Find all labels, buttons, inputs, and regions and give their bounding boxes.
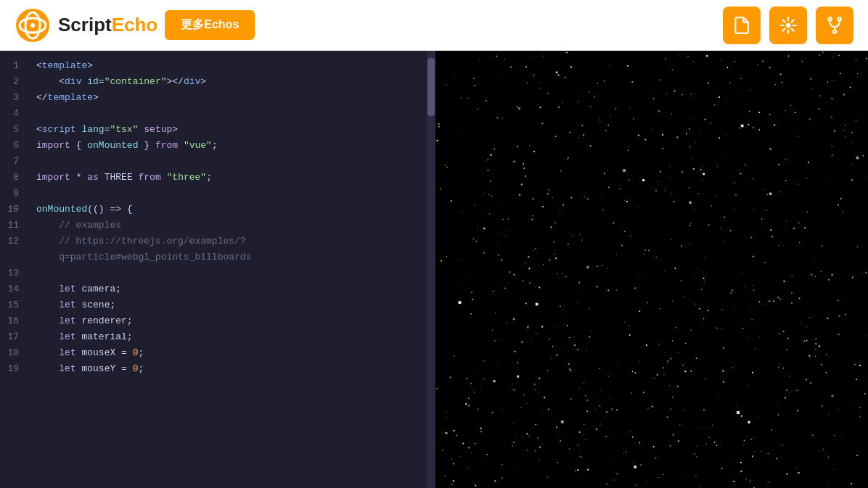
code-line-18: let mouseX = 0; (36, 345, 427, 361)
code-line-12b: q=particle#webgl_points_billboards (36, 249, 427, 265)
line-numbers: 1 2 3 4 5 6 7 8 9 10 11 12 13 13 14 15 1… (0, 51, 29, 488)
line-num-8: 8 (0, 170, 23, 186)
code-line-19: let mouseY = 0; (36, 361, 427, 377)
code-line-14: let camera; (36, 281, 427, 297)
line-num-14: 13 (0, 265, 23, 281)
line-num-1: 1 (0, 58, 23, 74)
code-line-12: // https://threejs.org/examples/? (36, 233, 427, 249)
logo-echo: Echo (112, 14, 158, 36)
line-num-9: 9 (0, 186, 23, 202)
line-num-2: 2 (0, 74, 23, 90)
line-num-16: 15 (0, 297, 23, 313)
svg-point-3 (30, 23, 35, 28)
code-line-11: // examples (36, 218, 427, 233)
svg-line-10 (792, 20, 794, 22)
code-line-5: <script lang="tsx" setup> (36, 122, 427, 138)
logo-icon (15, 7, 51, 44)
line-num-10: 10 (0, 202, 23, 218)
line-num-15: 14 (0, 281, 23, 297)
svg-line-8 (782, 20, 785, 22)
code-editor: 1 2 3 4 5 6 7 8 9 10 11 12 13 13 14 15 1… (0, 51, 435, 488)
code-line-16: let renderer; (36, 313, 427, 329)
line-num-12: 12 (0, 233, 23, 249)
code-line-7 (36, 154, 427, 170)
scrollbar-track[interactable] (427, 51, 435, 488)
line-num-7: 7 (0, 154, 23, 170)
line-num-6: 6 (0, 138, 23, 154)
line-num-3: 3 (0, 90, 23, 106)
fork-button[interactable] (816, 7, 853, 44)
stars-canvas (435, 51, 868, 488)
svg-line-11 (782, 28, 785, 30)
scrollbar-thumb[interactable] (427, 58, 435, 116)
code-line-17: let material; (36, 329, 427, 345)
main-content: 1 2 3 4 5 6 7 8 9 10 11 12 13 13 14 15 1… (0, 51, 868, 488)
code-line-6: import { onMounted } from "vue"; (36, 138, 427, 154)
fork-icon (825, 16, 844, 35)
line-num-4: 4 (0, 106, 23, 122)
code-line-1: <template> (36, 58, 427, 74)
line-num-19: 18 (0, 345, 23, 361)
line-num-20: 19 (0, 361, 23, 377)
code-lines: <template> <div id="container"></div> </… (29, 51, 427, 488)
magic-wand-button[interactable] (769, 7, 807, 44)
logo-script: Script (58, 14, 112, 36)
line-num-18: 17 (0, 329, 23, 345)
line-num-5: 5 (0, 122, 23, 138)
code-line-3: </template> (36, 90, 427, 106)
document-icon (732, 16, 751, 35)
svg-line-9 (792, 28, 794, 30)
app-header: ScriptEcho 更多Echos (0, 0, 868, 51)
code-line-8: import * as THREE from "three"; (36, 170, 427, 186)
more-echos-button[interactable]: 更多Echos (165, 10, 255, 40)
code-line-13 (36, 265, 427, 281)
code-line-4 (36, 106, 427, 122)
code-line-2: <div id="container"></div> (36, 74, 427, 90)
header-icon-group (723, 7, 853, 44)
line-num-11: 11 (0, 218, 23, 233)
line-num-17: 16 (0, 313, 23, 329)
new-document-button[interactable] (723, 7, 761, 44)
code-line-15: let scene; (36, 297, 427, 313)
logo-area: ScriptEcho 更多Echos (15, 7, 255, 44)
preview-pane (435, 51, 868, 488)
code-line-10: onMounted(() => { (36, 202, 427, 218)
svg-point-12 (786, 22, 791, 28)
logo-text: ScriptEcho (58, 14, 157, 36)
magic-wand-icon (779, 16, 798, 35)
code-line-9 (36, 186, 427, 202)
